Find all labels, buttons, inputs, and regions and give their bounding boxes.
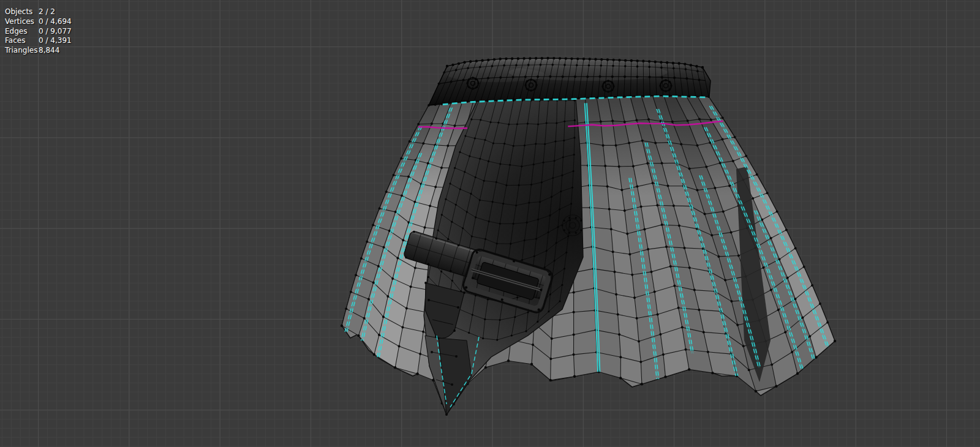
viewport-3d[interactable]: Objects 2 / 2 Vertices 0 / 4,694 Edges 0… xyxy=(0,0,980,447)
stat-row: Objects 2 / 2 xyxy=(5,7,72,17)
stat-value: 0 / 4,391 xyxy=(39,36,72,46)
stat-row: Vertices 0 / 4,694 xyxy=(5,17,72,27)
stat-label: Vertices xyxy=(5,17,39,27)
stat-row: Triangles 8,844 xyxy=(5,46,72,56)
stat-label: Triangles xyxy=(5,46,39,56)
stat-label: Faces xyxy=(5,36,39,46)
stat-row: Edges 0 / 9,077 xyxy=(5,27,72,37)
stat-value: 8,844 xyxy=(39,46,59,56)
statistics-overlay: Objects 2 / 2 Vertices 0 / 4,694 Edges 0… xyxy=(5,7,72,56)
skirt-mesh-render[interactable] xyxy=(0,0,980,447)
stat-value: 2 / 2 xyxy=(39,7,55,17)
stat-row: Faces 0 / 4,391 xyxy=(5,36,72,46)
stat-value: 0 / 9,077 xyxy=(39,27,72,37)
stat-label: Objects xyxy=(5,7,39,17)
stat-value: 0 / 4,694 xyxy=(39,17,72,27)
stat-label: Edges xyxy=(5,27,39,37)
